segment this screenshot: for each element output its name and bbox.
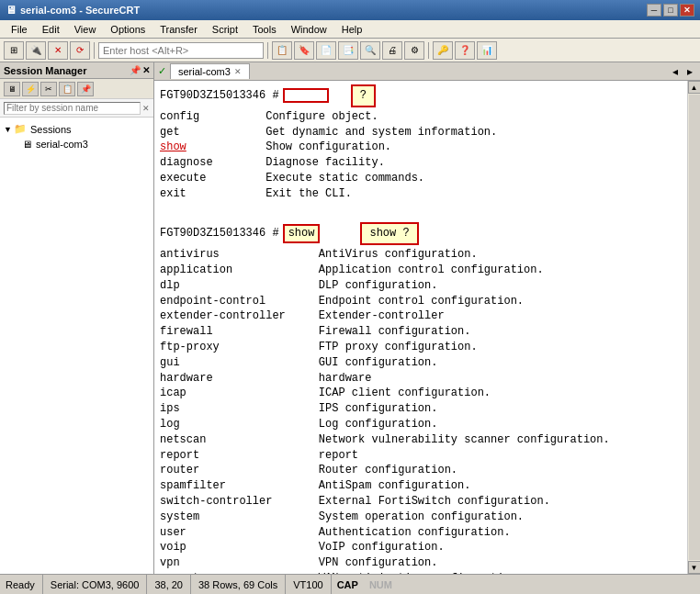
toolbar-btn-2[interactable]: 🔖	[294, 41, 314, 60]
menu-help[interactable]: Help	[334, 22, 370, 37]
close-button[interactable]: ✕	[680, 4, 694, 17]
term-line: switch-controller External FortiSwitch c…	[160, 494, 682, 510]
toolbar-separator-2	[267, 42, 268, 59]
toolbar-btn-8[interactable]: 🔑	[433, 41, 453, 60]
toolbar-btn-10[interactable]: 📊	[477, 41, 497, 60]
term-line: ftp-proxy FTP proxy configuration.	[160, 340, 682, 355]
menu-tools[interactable]: Tools	[245, 22, 284, 37]
status-ready-text: Ready	[6, 579, 35, 590]
term-line: hardware hardware	[160, 371, 682, 387]
sm-new-btn[interactable]: 🖥	[4, 82, 20, 96]
sm-cut-btn[interactable]: ✂	[40, 82, 57, 96]
toolbar-btn-3[interactable]: 📄	[316, 41, 336, 60]
tree-serial-label: serial-com3	[36, 139, 88, 150]
maximize-button[interactable]: □	[663, 4, 678, 17]
scroll-down-button[interactable]: ▼	[688, 561, 701, 574]
tab-close-icon[interactable]: ✕	[234, 67, 242, 76]
status-cap: CAP	[332, 575, 364, 594]
sm-copy-btn[interactable]: 📋	[59, 82, 75, 96]
term-line: vpn VPN configuration.	[160, 555, 682, 571]
term-line: spamfilter AntiSpam configuration.	[160, 478, 682, 494]
tab-prev-icon[interactable]: ◂	[669, 65, 682, 78]
status-terminal-text: VT100	[293, 579, 322, 590]
term-line: firewall Firewall configuration.	[160, 324, 682, 340]
tree-sessions-folder[interactable]: ▼ 📁 Sessions	[4, 121, 150, 137]
menu-edit[interactable]: Edit	[35, 22, 67, 37]
terminal-scrollbar[interactable]: ▲ ▼	[687, 81, 700, 574]
session-manager-header-icons: 📌 ✕	[130, 65, 150, 75]
sm-paste-btn[interactable]: 📌	[77, 82, 94, 96]
toolbar-btn-6[interactable]: 🖨	[382, 41, 402, 60]
toolbar-btn-1[interactable]: 📋	[272, 41, 292, 60]
menu-options[interactable]: Options	[103, 22, 152, 37]
filter-clear-icon[interactable]: ✕	[142, 104, 150, 113]
show-command-box[interactable]: show	[283, 224, 321, 243]
new-session-button[interactable]: ⊞	[4, 41, 24, 60]
minimize-button[interactable]: ─	[647, 4, 661, 17]
command-input-box[interactable]	[283, 88, 329, 103]
toolbar-btn-9[interactable]: ❓	[455, 41, 475, 60]
host-input[interactable]	[98, 42, 264, 59]
menu-script[interactable]: Script	[205, 22, 245, 37]
term-line: router Router configuration.	[160, 463, 682, 478]
term-line	[160, 202, 682, 218]
tab-next-icon[interactable]: ▸	[683, 65, 696, 78]
tree-serial-com3[interactable]: 🖥 serial-com3	[4, 137, 150, 151]
app-icon: 🖥	[6, 4, 17, 17]
toolbar-btn-7[interactable]: ⚙	[404, 41, 424, 60]
status-position-text: 38, 20	[154, 579, 183, 590]
toolbar-btn-4[interactable]: 📑	[338, 41, 358, 60]
toolbar-btn-5[interactable]: 🔍	[360, 41, 380, 60]
connect-button[interactable]: 🔌	[26, 41, 46, 60]
term-line: exit Exit the CLI.	[160, 186, 682, 202]
term-line: gui GUI configuration.	[160, 355, 682, 371]
term-line: antivirus AntiVirus configuration.	[160, 247, 682, 263]
session-icon: 🖥	[22, 139, 32, 150]
session-filter-input[interactable]	[4, 102, 141, 115]
session-manager-toolbar: 🖥 ⚡ ✂ 📋 📌	[0, 79, 153, 99]
term-line: extender-controller Extender-controller	[160, 308, 682, 324]
main-layout: Session Manager 📌 ✕ 🖥 ⚡ ✂ 📋 📌 ✕ ▼ 📁 Sess…	[0, 62, 700, 574]
menu-bar: File Edit View Options Transfer Script T…	[0, 20, 700, 39]
show-link[interactable]: show	[160, 140, 186, 153]
term-line: show Show configuration.	[160, 140, 682, 155]
terminal-tab[interactable]: serial-com3 ✕	[170, 63, 250, 79]
tab-label: serial-com3	[178, 66, 231, 77]
disconnect-button[interactable]: ✕	[48, 41, 68, 60]
status-dimensions: 38 Rows, 69 Cols	[191, 575, 286, 594]
terminal-content[interactable]: FGT90D3Z15013346 # ?config Configure obj…	[154, 81, 687, 574]
title-text: serial-com3 - SecureCRT	[20, 5, 647, 16]
menu-window[interactable]: Window	[284, 22, 334, 37]
terminal-area: ✓ serial-com3 ✕ ◂ ▸ FGT90D3Z15013346 # ?…	[154, 62, 700, 574]
session-tree: ▼ 📁 Sessions 🖥 serial-com3	[0, 118, 153, 574]
menu-view[interactable]: View	[67, 22, 104, 37]
menu-file[interactable]: File	[4, 22, 35, 37]
sm-close-icon[interactable]: ✕	[142, 65, 150, 75]
term-line: netscan Network vulnerability scanner co…	[160, 432, 682, 448]
prompt2-text: FGT90D3Z15013346 #	[160, 226, 279, 241]
status-terminal: VT100	[286, 575, 331, 594]
title-bar: 🖥 serial-com3 - SecureCRT ─ □ ✕	[0, 0, 700, 20]
term-line: user Authentication configuration.	[160, 525, 682, 541]
reconnect-button[interactable]: ⟳	[70, 41, 90, 60]
status-bar: Ready Serial: COM3, 9600 38, 20 38 Rows,…	[0, 574, 700, 594]
status-serial-text: Serial: COM3, 9600	[51, 579, 140, 590]
session-manager-title: Session Manager	[4, 65, 130, 76]
sm-pin-icon[interactable]: 📌	[130, 65, 141, 75]
sm-connect-btn[interactable]: ⚡	[22, 82, 39, 96]
folder-icon: 📁	[14, 123, 27, 135]
session-manager: Session Manager 📌 ✕ 🖥 ⚡ ✂ 📋 📌 ✕ ▼ 📁 Sess…	[0, 62, 154, 574]
term-line: FGT90D3Z15013346 # showshow ?	[160, 222, 682, 245]
session-manager-header: Session Manager 📌 ✕	[0, 62, 153, 79]
tab-navigation: ◂ ▸	[669, 65, 696, 78]
menu-transfer[interactable]: Transfer	[152, 22, 205, 37]
tree-expand-icon: ▼	[4, 125, 12, 134]
question-annotation: ?	[351, 84, 376, 107]
status-dimensions-text: 38 Rows, 69 Cols	[198, 579, 277, 590]
term-line: ips IPS configuration.	[160, 401, 682, 417]
scroll-up-button[interactable]: ▲	[688, 81, 701, 94]
tab-checkmark: ✓	[158, 65, 166, 77]
term-line: endpoint-control Endpoint control config…	[160, 294, 682, 309]
tree-sessions-label: Sessions	[30, 124, 72, 135]
term-line: voip VoIP configuration.	[160, 540, 682, 555]
